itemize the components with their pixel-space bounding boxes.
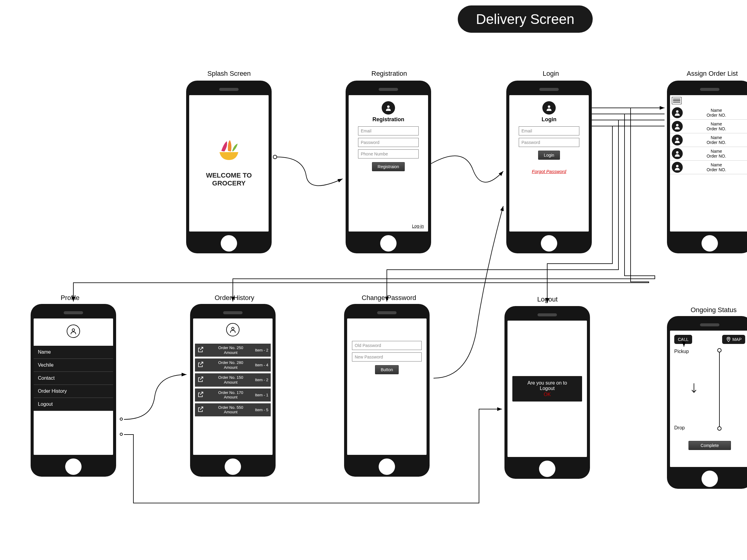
map-pin-icon xyxy=(726,337,731,342)
hamburger-icon[interactable] xyxy=(672,97,681,104)
connector-dot xyxy=(120,433,123,436)
svg-point-6 xyxy=(676,165,678,167)
svg-point-0 xyxy=(387,105,390,108)
svg-point-9 xyxy=(728,338,729,340)
svg-point-3 xyxy=(676,124,678,126)
login-link[interactable]: Log-in xyxy=(412,224,424,229)
profile-item-name[interactable]: Name xyxy=(34,346,113,359)
svg-point-5 xyxy=(676,151,678,154)
phone-profile: Name Vechile Contact Order History Logou… xyxy=(31,304,116,477)
svg-point-10 xyxy=(273,155,277,159)
drop-label: Drop xyxy=(674,425,685,431)
order-list-item[interactable]: NameOrder NO. xyxy=(670,133,747,147)
phone-change-password: Old Password New Password Button xyxy=(344,304,430,477)
share-icon xyxy=(197,376,204,384)
svg-point-7 xyxy=(72,329,75,331)
new-password-field[interactable]: New Password xyxy=(352,352,422,362)
complete-button[interactable]: Complete xyxy=(689,441,731,450)
phone-order-history: Order No. 250Amount Item - 2 Order No. 2… xyxy=(190,304,276,477)
svg-point-1 xyxy=(548,105,550,108)
logo-icon xyxy=(215,139,242,162)
logout-dialog: Are you sure on to Logout OK xyxy=(512,376,582,401)
caption-assign: Assign Order List xyxy=(687,70,738,78)
history-item[interactable]: Order No. 280Amount Item - 4 xyxy=(195,358,271,372)
profile-item-logout[interactable]: Logout xyxy=(34,398,113,411)
user-icon xyxy=(67,324,80,338)
caption-ongoing: Ongoing Status xyxy=(691,306,737,314)
login-heading: Login xyxy=(542,116,557,123)
svg-point-2 xyxy=(676,110,678,113)
old-password-field[interactable]: Old Password xyxy=(352,341,422,350)
history-item[interactable]: Order No. 250Amount Item - 2 xyxy=(195,344,271,357)
password-field[interactable]: Password xyxy=(358,138,419,147)
phone-assign-order: NameOrder NO. NameOrder NO. NameOrder NO… xyxy=(667,81,747,253)
svg-point-4 xyxy=(676,138,678,140)
caption-profile: Profile xyxy=(61,294,79,302)
history-item[interactable]: Order No. 550Amount Item - 5 xyxy=(195,403,271,416)
history-item[interactable]: Order No. 150Amount Item - 2 xyxy=(195,373,271,386)
phone-ongoing-status: CALL MAP Pickup Drop Complete xyxy=(667,316,747,489)
logout-ok-button[interactable]: OK xyxy=(517,392,578,397)
user-icon xyxy=(542,101,556,114)
order-list-item[interactable]: NameOrder NO. xyxy=(670,147,747,161)
user-icon xyxy=(226,323,239,336)
map-button[interactable]: MAP xyxy=(722,335,745,344)
profile-item-order-history[interactable]: Order History xyxy=(34,385,113,398)
order-list-item[interactable]: NameOrder NO. xyxy=(670,120,747,133)
phone-field[interactable]: Phone Numbe xyxy=(358,150,419,159)
login-button[interactable]: Login xyxy=(538,151,560,160)
user-icon xyxy=(382,101,395,114)
caption-history: Order History xyxy=(215,294,254,302)
share-icon xyxy=(197,346,204,354)
password-field[interactable]: Password xyxy=(519,138,579,147)
share-icon xyxy=(197,406,204,414)
phone-registration: Registration Email Password Phone Numbe … xyxy=(345,81,431,253)
changepw-button[interactable]: Button xyxy=(375,365,399,374)
caption-changepw: Change Password xyxy=(362,294,416,302)
caption-splash: Splash Screen xyxy=(207,70,251,78)
splash-line1: WELCOME TO xyxy=(206,171,252,179)
share-icon xyxy=(197,361,204,369)
forgot-password-link[interactable]: Forgot Password xyxy=(532,169,566,174)
svg-point-8 xyxy=(232,327,234,330)
order-list-item[interactable]: NameOrder NO. xyxy=(670,106,747,120)
diagram-title: Delivery Screen xyxy=(458,5,593,33)
email-field[interactable]: Email xyxy=(358,126,419,135)
email-field[interactable]: Email xyxy=(519,126,579,135)
phone-login: Login Email Password Login Forgot Passwo… xyxy=(506,81,592,253)
profile-item-vehicle[interactable]: Vechile xyxy=(34,359,113,372)
profile-item-contact[interactable]: Contact xyxy=(34,372,113,385)
phone-splash: WELCOME TO GROCERY xyxy=(186,81,272,253)
caption-registration: Registration xyxy=(371,70,407,78)
registration-heading: Registration xyxy=(372,116,404,123)
phone-logout: Are you sure on to Logout OK xyxy=(505,306,590,479)
call-button[interactable]: CALL xyxy=(674,335,692,344)
pickup-label: Pickup xyxy=(674,349,689,354)
connector-dot xyxy=(120,418,123,421)
splash-line2: GROCERY xyxy=(206,179,252,187)
order-list-item[interactable]: NameOrder NO. xyxy=(670,161,747,174)
caption-login: Login xyxy=(543,70,559,78)
history-item[interactable]: Order No. 170Amount Item - 1 xyxy=(195,389,271,401)
registration-button[interactable]: Registraion xyxy=(372,162,405,171)
caption-logout: Logout xyxy=(537,295,558,303)
share-icon xyxy=(197,391,204,399)
